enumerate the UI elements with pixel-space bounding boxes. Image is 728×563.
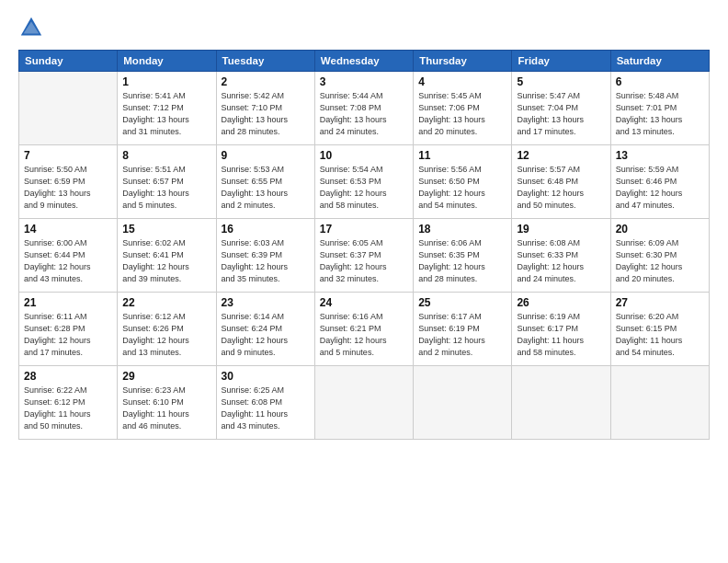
day-number: 24 bbox=[320, 296, 408, 309]
day-number: 7 bbox=[24, 149, 112, 162]
day-cell bbox=[19, 72, 118, 145]
col-header-wednesday: Wednesday bbox=[314, 51, 413, 72]
day-number: 3 bbox=[320, 75, 408, 88]
day-info: Sunrise: 6:23 AM Sunset: 6:10 PM Dayligh… bbox=[122, 385, 210, 432]
day-info: Sunrise: 6:02 AM Sunset: 6:41 PM Dayligh… bbox=[122, 237, 210, 285]
day-number: 9 bbox=[222, 149, 310, 162]
day-cell: 6Sunrise: 5:48 AM Sunset: 7:01 PM Daylig… bbox=[610, 72, 709, 145]
day-number: 30 bbox=[222, 370, 310, 383]
day-cell: 7Sunrise: 5:50 AM Sunset: 6:59 PM Daylig… bbox=[19, 145, 118, 219]
day-cell: 3Sunrise: 5:44 AM Sunset: 7:08 PM Daylig… bbox=[314, 72, 413, 145]
day-number: 2 bbox=[222, 75, 310, 88]
col-header-sunday: Sunday bbox=[19, 51, 118, 72]
day-number: 28 bbox=[24, 370, 112, 383]
day-info: Sunrise: 6:05 AM Sunset: 6:37 PM Dayligh… bbox=[320, 237, 408, 285]
day-info: Sunrise: 6:14 AM Sunset: 6:24 PM Dayligh… bbox=[222, 311, 310, 359]
day-cell: 25Sunrise: 6:17 AM Sunset: 6:19 PM Dayli… bbox=[414, 293, 512, 366]
day-number: 27 bbox=[616, 296, 704, 309]
day-cell: 27Sunrise: 6:20 AM Sunset: 6:15 PM Dayli… bbox=[610, 293, 709, 366]
day-cell: 16Sunrise: 6:03 AM Sunset: 6:39 PM Dayli… bbox=[216, 219, 314, 293]
day-number: 10 bbox=[320, 149, 408, 162]
day-number: 13 bbox=[616, 149, 704, 162]
day-info: Sunrise: 5:42 AM Sunset: 7:10 PM Dayligh… bbox=[222, 90, 310, 138]
day-cell: 12Sunrise: 5:57 AM Sunset: 6:48 PM Dayli… bbox=[512, 145, 610, 219]
day-number: 1 bbox=[122, 75, 210, 88]
col-header-friday: Friday bbox=[512, 51, 610, 72]
week-row-3: 14Sunrise: 6:00 AM Sunset: 6:44 PM Dayli… bbox=[19, 219, 710, 293]
day-info: Sunrise: 5:57 AM Sunset: 6:48 PM Dayligh… bbox=[517, 164, 605, 212]
day-cell: 9Sunrise: 5:53 AM Sunset: 6:55 PM Daylig… bbox=[216, 145, 314, 219]
col-header-monday: Monday bbox=[118, 51, 216, 72]
day-cell: 2Sunrise: 5:42 AM Sunset: 7:10 PM Daylig… bbox=[216, 72, 314, 145]
day-number: 6 bbox=[616, 75, 704, 88]
day-cell bbox=[314, 366, 413, 440]
day-number: 16 bbox=[222, 223, 310, 236]
day-number: 8 bbox=[122, 149, 210, 162]
day-number: 15 bbox=[122, 223, 210, 236]
day-cell: 10Sunrise: 5:54 AM Sunset: 6:53 PM Dayli… bbox=[314, 145, 413, 219]
day-cell bbox=[610, 366, 709, 440]
day-number: 25 bbox=[418, 296, 506, 309]
week-row-1: 1Sunrise: 5:41 AM Sunset: 7:12 PM Daylig… bbox=[19, 72, 710, 145]
day-info: Sunrise: 6:16 AM Sunset: 6:21 PM Dayligh… bbox=[320, 311, 408, 359]
day-cell: 30Sunrise: 6:25 AM Sunset: 6:08 PM Dayli… bbox=[216, 366, 314, 440]
day-info: Sunrise: 5:44 AM Sunset: 7:08 PM Dayligh… bbox=[320, 90, 408, 138]
day-number: 26 bbox=[517, 296, 605, 309]
day-info: Sunrise: 5:56 AM Sunset: 6:50 PM Dayligh… bbox=[418, 164, 506, 212]
day-cell: 14Sunrise: 6:00 AM Sunset: 6:44 PM Dayli… bbox=[19, 219, 118, 293]
day-cell: 13Sunrise: 5:59 AM Sunset: 6:46 PM Dayli… bbox=[610, 145, 709, 219]
col-header-saturday: Saturday bbox=[610, 51, 709, 72]
day-info: Sunrise: 6:09 AM Sunset: 6:30 PM Dayligh… bbox=[616, 237, 704, 285]
logo bbox=[18, 15, 46, 40]
day-info: Sunrise: 6:12 AM Sunset: 6:26 PM Dayligh… bbox=[122, 311, 210, 359]
day-number: 5 bbox=[517, 75, 605, 88]
page: SundayMondayTuesdayWednesdayThursdayFrid… bbox=[0, 0, 728, 563]
day-info: Sunrise: 5:48 AM Sunset: 7:01 PM Dayligh… bbox=[616, 90, 704, 138]
day-info: Sunrise: 5:47 AM Sunset: 7:04 PM Dayligh… bbox=[517, 90, 605, 138]
day-number: 17 bbox=[320, 223, 408, 236]
week-row-4: 21Sunrise: 6:11 AM Sunset: 6:28 PM Dayli… bbox=[19, 293, 710, 366]
day-cell: 26Sunrise: 6:19 AM Sunset: 6:17 PM Dayli… bbox=[512, 293, 610, 366]
header bbox=[18, 15, 710, 40]
col-header-thursday: Thursday bbox=[414, 51, 512, 72]
day-cell: 5Sunrise: 5:47 AM Sunset: 7:04 PM Daylig… bbox=[512, 72, 610, 145]
day-number: 20 bbox=[616, 223, 704, 236]
day-cell: 19Sunrise: 6:08 AM Sunset: 6:33 PM Dayli… bbox=[512, 219, 610, 293]
calendar: SundayMondayTuesdayWednesdayThursdayFrid… bbox=[18, 50, 710, 440]
day-cell: 18Sunrise: 6:06 AM Sunset: 6:35 PM Dayli… bbox=[414, 219, 512, 293]
day-info: Sunrise: 6:22 AM Sunset: 6:12 PM Dayligh… bbox=[24, 385, 112, 432]
week-row-2: 7Sunrise: 5:50 AM Sunset: 6:59 PM Daylig… bbox=[19, 145, 710, 219]
day-info: Sunrise: 6:20 AM Sunset: 6:15 PM Dayligh… bbox=[616, 311, 704, 359]
day-info: Sunrise: 6:17 AM Sunset: 6:19 PM Dayligh… bbox=[418, 311, 506, 359]
day-info: Sunrise: 6:25 AM Sunset: 6:08 PM Dayligh… bbox=[222, 385, 310, 432]
day-info: Sunrise: 5:45 AM Sunset: 7:06 PM Dayligh… bbox=[418, 90, 506, 138]
day-number: 18 bbox=[418, 223, 506, 236]
day-cell: 4Sunrise: 5:45 AM Sunset: 7:06 PM Daylig… bbox=[414, 72, 512, 145]
day-number: 12 bbox=[517, 149, 605, 162]
day-number: 21 bbox=[24, 296, 112, 309]
day-cell: 22Sunrise: 6:12 AM Sunset: 6:26 PM Dayli… bbox=[118, 293, 216, 366]
day-info: Sunrise: 5:59 AM Sunset: 6:46 PM Dayligh… bbox=[616, 164, 704, 212]
day-info: Sunrise: 6:03 AM Sunset: 6:39 PM Dayligh… bbox=[222, 237, 310, 285]
day-info: Sunrise: 5:41 AM Sunset: 7:12 PM Dayligh… bbox=[122, 90, 210, 138]
day-number: 22 bbox=[122, 296, 210, 309]
day-info: Sunrise: 5:53 AM Sunset: 6:55 PM Dayligh… bbox=[222, 164, 310, 212]
day-cell bbox=[414, 366, 512, 440]
logo-icon bbox=[18, 15, 44, 40]
day-number: 23 bbox=[222, 296, 310, 309]
day-cell: 1Sunrise: 5:41 AM Sunset: 7:12 PM Daylig… bbox=[118, 72, 216, 145]
day-cell: 28Sunrise: 6:22 AM Sunset: 6:12 PM Dayli… bbox=[19, 366, 118, 440]
week-row-5: 28Sunrise: 6:22 AM Sunset: 6:12 PM Dayli… bbox=[19, 366, 710, 440]
day-info: Sunrise: 5:54 AM Sunset: 6:53 PM Dayligh… bbox=[320, 164, 408, 212]
day-cell: 21Sunrise: 6:11 AM Sunset: 6:28 PM Dayli… bbox=[19, 293, 118, 366]
day-cell: 29Sunrise: 6:23 AM Sunset: 6:10 PM Dayli… bbox=[118, 366, 216, 440]
day-cell bbox=[512, 366, 610, 440]
day-cell: 23Sunrise: 6:14 AM Sunset: 6:24 PM Dayli… bbox=[216, 293, 314, 366]
day-cell: 11Sunrise: 5:56 AM Sunset: 6:50 PM Dayli… bbox=[414, 145, 512, 219]
day-number: 19 bbox=[517, 223, 605, 236]
day-cell: 20Sunrise: 6:09 AM Sunset: 6:30 PM Dayli… bbox=[610, 219, 709, 293]
day-info: Sunrise: 6:11 AM Sunset: 6:28 PM Dayligh… bbox=[24, 311, 112, 359]
col-header-tuesday: Tuesday bbox=[216, 51, 314, 72]
day-number: 29 bbox=[122, 370, 210, 383]
day-info: Sunrise: 6:19 AM Sunset: 6:17 PM Dayligh… bbox=[517, 311, 605, 359]
